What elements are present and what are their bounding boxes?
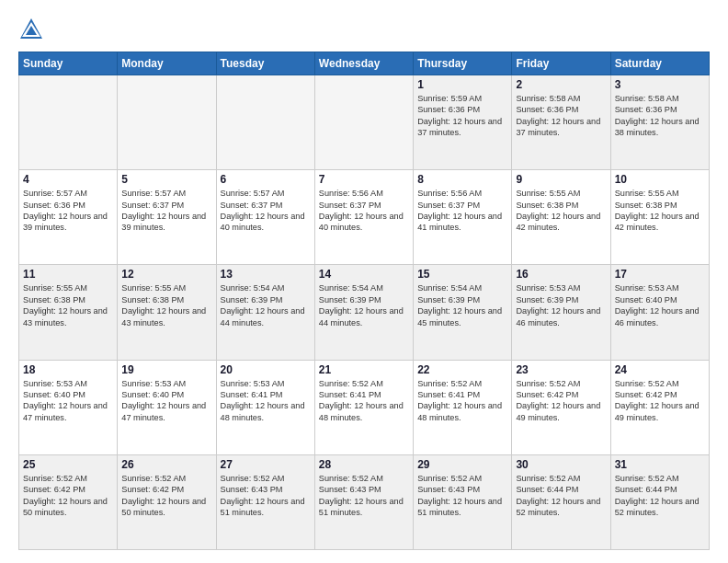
- day-details: Sunrise: 5:57 AMSunset: 6:37 PMDaylight:…: [121, 188, 211, 234]
- day-number: 11: [23, 268, 113, 281]
- day-cell: 17Sunrise: 5:53 AMSunset: 6:40 PMDayligh…: [610, 265, 709, 360]
- day-details: Sunrise: 5:54 AMSunset: 6:39 PMDaylight:…: [221, 282, 311, 328]
- day-number: 1: [417, 78, 507, 91]
- day-details: Sunrise: 5:55 AMSunset: 6:38 PMDaylight:…: [23, 282, 113, 328]
- day-cell: 31Sunrise: 5:52 AMSunset: 6:44 PMDayligh…: [610, 454, 709, 549]
- column-header-saturday: Saturday: [610, 52, 709, 75]
- day-details: Sunrise: 5:59 AMSunset: 6:36 PMDaylight:…: [417, 93, 507, 139]
- day-number: 22: [417, 363, 507, 376]
- day-cell: 19Sunrise: 5:53 AMSunset: 6:40 PMDayligh…: [118, 360, 216, 454]
- day-cell: 14Sunrise: 5:54 AMSunset: 6:39 PMDayligh…: [314, 265, 413, 360]
- column-header-sunday: Sunday: [19, 52, 118, 75]
- week-row-3: 11Sunrise: 5:55 AMSunset: 6:38 PMDayligh…: [19, 265, 710, 360]
- day-details: Sunrise: 5:52 AMSunset: 6:42 PMDaylight:…: [121, 473, 211, 519]
- day-cell: 29Sunrise: 5:52 AMSunset: 6:43 PMDayligh…: [414, 454, 512, 549]
- day-number: 24: [615, 363, 705, 376]
- day-details: Sunrise: 5:55 AMSunset: 6:38 PMDaylight:…: [615, 188, 705, 234]
- column-header-monday: Monday: [118, 52, 216, 75]
- day-number: 31: [615, 458, 705, 471]
- day-details: Sunrise: 5:53 AMSunset: 6:39 PMDaylight:…: [516, 282, 606, 328]
- day-cell: 4Sunrise: 5:57 AMSunset: 6:36 PMDaylight…: [19, 170, 118, 265]
- day-details: Sunrise: 5:57 AMSunset: 6:36 PMDaylight:…: [23, 188, 113, 234]
- day-cell: [118, 75, 216, 170]
- day-number: 12: [121, 268, 211, 281]
- day-number: 13: [221, 268, 311, 281]
- week-row-2: 4Sunrise: 5:57 AMSunset: 6:36 PMDaylight…: [19, 170, 710, 265]
- day-number: 27: [221, 458, 311, 471]
- day-details: Sunrise: 5:53 AMSunset: 6:40 PMDaylight:…: [23, 378, 113, 424]
- calendar-table: SundayMondayTuesdayWednesdayThursdayFrid…: [18, 52, 710, 550]
- week-row-1: 1Sunrise: 5:59 AMSunset: 6:36 PMDaylight…: [19, 75, 710, 170]
- day-details: Sunrise: 5:55 AMSunset: 6:38 PMDaylight:…: [516, 188, 606, 234]
- day-number: 5: [121, 173, 211, 186]
- day-number: 26: [121, 458, 211, 471]
- logo: [18, 17, 48, 42]
- day-number: 8: [417, 173, 507, 186]
- day-details: Sunrise: 5:56 AMSunset: 6:37 PMDaylight:…: [319, 188, 409, 234]
- day-number: 20: [221, 363, 311, 376]
- week-row-5: 25Sunrise: 5:52 AMSunset: 6:42 PMDayligh…: [19, 454, 710, 549]
- day-cell: 6Sunrise: 5:57 AMSunset: 6:37 PMDaylight…: [216, 170, 314, 265]
- day-details: Sunrise: 5:54 AMSunset: 6:39 PMDaylight:…: [319, 282, 409, 328]
- day-cell: 18Sunrise: 5:53 AMSunset: 6:40 PMDayligh…: [19, 360, 118, 454]
- day-cell: 25Sunrise: 5:52 AMSunset: 6:42 PMDayligh…: [19, 454, 118, 549]
- day-number: 16: [516, 268, 606, 281]
- day-cell: [216, 75, 314, 170]
- day-cell: 7Sunrise: 5:56 AMSunset: 6:37 PMDaylight…: [314, 170, 413, 265]
- day-cell: 27Sunrise: 5:52 AMSunset: 6:43 PMDayligh…: [216, 454, 314, 549]
- day-details: Sunrise: 5:52 AMSunset: 6:44 PMDaylight:…: [615, 473, 705, 519]
- day-details: Sunrise: 5:52 AMSunset: 6:42 PMDaylight:…: [23, 473, 113, 519]
- day-number: 28: [319, 458, 409, 471]
- day-number: 2: [516, 78, 606, 91]
- day-cell: 12Sunrise: 5:55 AMSunset: 6:38 PMDayligh…: [118, 265, 216, 360]
- day-details: Sunrise: 5:52 AMSunset: 6:42 PMDaylight:…: [516, 378, 606, 424]
- day-number: 17: [615, 268, 705, 281]
- day-cell: 24Sunrise: 5:52 AMSunset: 6:42 PMDayligh…: [610, 360, 709, 454]
- day-number: 14: [319, 268, 409, 281]
- day-number: 7: [319, 173, 409, 186]
- column-header-friday: Friday: [512, 52, 610, 75]
- day-details: Sunrise: 5:54 AMSunset: 6:39 PMDaylight:…: [417, 282, 507, 328]
- day-cell: 13Sunrise: 5:54 AMSunset: 6:39 PMDayligh…: [216, 265, 314, 360]
- calendar-page: SundayMondayTuesdayWednesdayThursdayFrid…: [0, 0, 728, 563]
- day-details: Sunrise: 5:52 AMSunset: 6:44 PMDaylight:…: [516, 473, 606, 519]
- day-details: Sunrise: 5:56 AMSunset: 6:37 PMDaylight:…: [417, 188, 507, 234]
- day-cell: 2Sunrise: 5:58 AMSunset: 6:36 PMDaylight…: [512, 75, 610, 170]
- day-details: Sunrise: 5:52 AMSunset: 6:43 PMDaylight:…: [221, 473, 311, 519]
- day-cell: 3Sunrise: 5:58 AMSunset: 6:36 PMDaylight…: [610, 75, 709, 170]
- day-details: Sunrise: 5:52 AMSunset: 6:41 PMDaylight:…: [319, 378, 409, 424]
- day-cell: 28Sunrise: 5:52 AMSunset: 6:43 PMDayligh…: [314, 454, 413, 549]
- day-cell: 22Sunrise: 5:52 AMSunset: 6:41 PMDayligh…: [414, 360, 512, 454]
- day-details: Sunrise: 5:52 AMSunset: 6:42 PMDaylight:…: [615, 378, 705, 424]
- logo-icon: [18, 17, 44, 42]
- day-cell: 5Sunrise: 5:57 AMSunset: 6:37 PMDaylight…: [118, 170, 216, 265]
- day-details: Sunrise: 5:53 AMSunset: 6:41 PMDaylight:…: [221, 378, 311, 424]
- day-cell: 11Sunrise: 5:55 AMSunset: 6:38 PMDayligh…: [19, 265, 118, 360]
- day-cell: [314, 75, 413, 170]
- column-header-tuesday: Tuesday: [216, 52, 314, 75]
- day-cell: 10Sunrise: 5:55 AMSunset: 6:38 PMDayligh…: [610, 170, 709, 265]
- day-number: 3: [615, 78, 705, 91]
- day-cell: 20Sunrise: 5:53 AMSunset: 6:41 PMDayligh…: [216, 360, 314, 454]
- day-number: 29: [417, 458, 507, 471]
- day-cell: 8Sunrise: 5:56 AMSunset: 6:37 PMDaylight…: [414, 170, 512, 265]
- day-details: Sunrise: 5:52 AMSunset: 6:41 PMDaylight:…: [417, 378, 507, 424]
- day-details: Sunrise: 5:57 AMSunset: 6:37 PMDaylight:…: [221, 188, 311, 234]
- header-row: SundayMondayTuesdayWednesdayThursdayFrid…: [19, 52, 710, 75]
- header: [18, 17, 710, 42]
- day-number: 30: [516, 458, 606, 471]
- day-details: Sunrise: 5:52 AMSunset: 6:43 PMDaylight:…: [319, 473, 409, 519]
- day-details: Sunrise: 5:55 AMSunset: 6:38 PMDaylight:…: [121, 282, 211, 328]
- day-details: Sunrise: 5:58 AMSunset: 6:36 PMDaylight:…: [516, 93, 606, 139]
- day-cell: 23Sunrise: 5:52 AMSunset: 6:42 PMDayligh…: [512, 360, 610, 454]
- day-cell: 21Sunrise: 5:52 AMSunset: 6:41 PMDayligh…: [314, 360, 413, 454]
- day-details: Sunrise: 5:58 AMSunset: 6:36 PMDaylight:…: [615, 93, 705, 139]
- day-cell: 1Sunrise: 5:59 AMSunset: 6:36 PMDaylight…: [414, 75, 512, 170]
- day-number: 23: [516, 363, 606, 376]
- day-number: 25: [23, 458, 113, 471]
- column-header-wednesday: Wednesday: [314, 52, 413, 75]
- day-number: 21: [319, 363, 409, 376]
- day-cell: 30Sunrise: 5:52 AMSunset: 6:44 PMDayligh…: [512, 454, 610, 549]
- day-details: Sunrise: 5:53 AMSunset: 6:40 PMDaylight:…: [121, 378, 211, 424]
- day-number: 6: [221, 173, 311, 186]
